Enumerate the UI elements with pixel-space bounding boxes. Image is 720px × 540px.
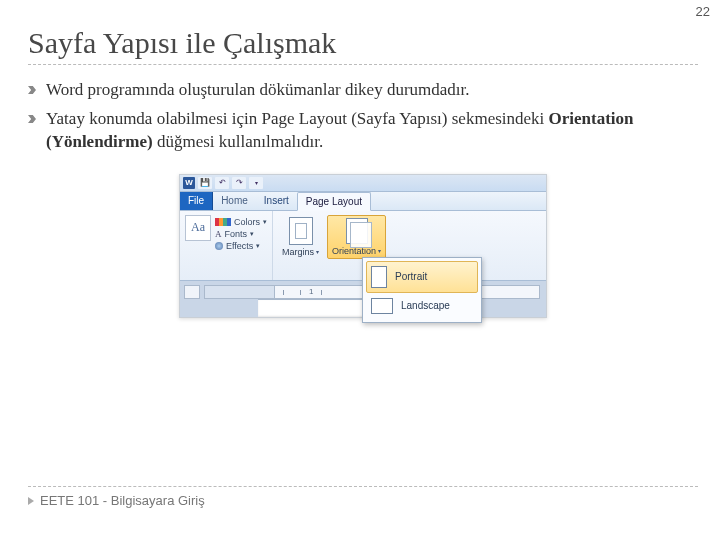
theme-fonts-button[interactable]: A Fonts ▾: [215, 229, 267, 239]
word-titlebar: W 💾 ↶ ↷ ▾: [180, 175, 546, 192]
margins-button[interactable]: Margins▾: [278, 215, 323, 259]
orientation-portrait-item[interactable]: Portrait: [366, 261, 478, 293]
theme-fonts-label: Fonts: [225, 229, 248, 239]
portrait-label: Portrait: [395, 271, 427, 282]
orientation-dropdown: Portrait Landscape: [362, 257, 482, 323]
themes-mini-menu: Colors ▾ A Fonts ▾ Effects ▾: [215, 215, 267, 251]
chevron-down-icon: ▾: [316, 248, 319, 255]
themes-preview-icon[interactable]: Aa: [185, 215, 211, 241]
tab-page-layout[interactable]: Page Layout: [297, 192, 371, 211]
theme-effects-label: Effects: [226, 241, 253, 251]
color-swatch-icon: [215, 218, 231, 226]
qat-dropdown-icon[interactable]: ▾: [249, 177, 263, 189]
word-screenshot: W 💾 ↶ ↷ ▾ File Home Insert Page Layout A…: [179, 174, 547, 318]
chevron-down-icon: ▾: [378, 247, 381, 254]
chevron-down-icon: ▾: [263, 218, 267, 226]
portrait-page-icon: [371, 266, 387, 288]
footer-text: EETE 101 - Bilgisayara Giriş: [40, 493, 205, 508]
effects-icon: [215, 242, 223, 250]
title-divider: [28, 64, 698, 65]
ribbon-tabbar: File Home Insert Page Layout: [180, 192, 546, 211]
ruler-tick: [300, 290, 301, 295]
tab-home[interactable]: Home: [213, 192, 256, 210]
ribbon: Aa Colors ▾ A Fonts ▾: [180, 211, 546, 281]
ruler-number: 1: [309, 287, 313, 296]
theme-colors-label: Colors: [234, 217, 260, 227]
theme-colors-button[interactable]: Colors ▾: [215, 217, 267, 227]
themes-group: Aa Colors ▾ A Fonts ▾: [180, 211, 273, 280]
footer-arrow-icon: [28, 497, 34, 505]
theme-effects-button[interactable]: Effects ▾: [215, 241, 267, 251]
orientation-landscape-item[interactable]: Landscape: [366, 293, 478, 319]
slide-footer: EETE 101 - Bilgisayara Giriş: [28, 486, 698, 508]
ruler-margin-area: [205, 286, 275, 298]
landscape-page-icon: [371, 298, 393, 314]
margins-label: Margins: [282, 247, 314, 257]
word-icon: W: [183, 177, 195, 189]
ruler-corner: [184, 285, 200, 299]
chevron-down-icon: ▾: [256, 242, 260, 250]
save-icon[interactable]: 💾: [198, 177, 212, 189]
tab-insert[interactable]: Insert: [256, 192, 297, 210]
margins-icon: [289, 217, 313, 245]
bullet-text-part: düğmesi kullanılmalıdır.: [153, 132, 323, 151]
orientation-icon: [346, 218, 368, 244]
bullet-item: Yatay konumda olabilmesi için Page Layou…: [28, 108, 698, 154]
fonts-icon: A: [215, 229, 222, 239]
landscape-label: Landscape: [401, 300, 450, 311]
bullet-item: Word programında oluşturulan dökümanlar …: [28, 79, 698, 102]
undo-icon[interactable]: ↶: [215, 177, 229, 189]
footer-divider: [28, 486, 698, 487]
chevron-down-icon: ▾: [250, 230, 254, 238]
page-title: Sayfa Yapısı ile Çalışmak: [28, 26, 698, 60]
slide: 22 Sayfa Yapısı ile Çalışmak Word progra…: [0, 0, 720, 540]
ruler-tick: [321, 290, 322, 295]
page-number: 22: [696, 4, 710, 19]
bullet-list: Word programında oluşturulan dökümanlar …: [28, 79, 698, 154]
orientation-button[interactable]: Orientation▾: [327, 215, 386, 259]
bullet-text-part: Yatay konumda olabilmesi için Page Layou…: [46, 109, 549, 128]
redo-icon[interactable]: ↷: [232, 177, 246, 189]
ruler-tick: [283, 290, 284, 295]
tab-file[interactable]: File: [180, 192, 213, 210]
